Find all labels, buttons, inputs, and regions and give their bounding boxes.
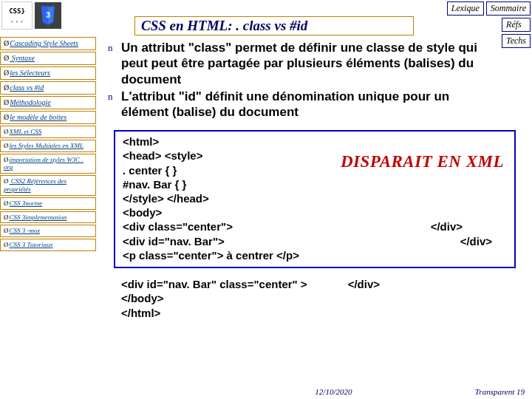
- svg-text:3: 3: [46, 11, 50, 19]
- code-line: <div id="nav. Bar"> </div>: [123, 234, 507, 248]
- main-content: n Un attribut "class" permet de définir …: [99, 38, 504, 321]
- top-nav: Lexique Sommaire: [447, 1, 531, 16]
- code-close-tag: </div>: [348, 277, 505, 292]
- sidebar-item-modele-boites[interactable]: le modèle de boites: [0, 111, 96, 124]
- code-line: <div id="nav. Bar" class="center" > </di…: [121, 277, 505, 292]
- code-line: </style> </head>: [123, 191, 507, 205]
- bullet-text: L'attribut "id" définit une dénomination…: [121, 89, 499, 120]
- sidebar-item-css3-moz[interactable]: CSS 3 -moz: [0, 225, 96, 237]
- sidebar: Cascading Style Sheets Syntaxe les Sélec…: [0, 37, 96, 253]
- sidebar-item-cascading[interactable]: Cascading Style Sheets: [0, 37, 96, 50]
- lexique-button[interactable]: Lexique: [447, 1, 484, 16]
- sidebar-item-styles-multiples[interactable]: les Styles Multiples en XML: [0, 140, 96, 152]
- code-open-tag: <div id="nav. Bar" class="center" >: [121, 277, 307, 292]
- sidebar-item-selecteurs[interactable]: les Sélecteurs: [0, 66, 96, 80]
- sidebar-item-class-vs-id[interactable]: class vs #id: [0, 81, 96, 95]
- code-line: </body>: [121, 291, 505, 306]
- bullet-item: n Un attribut "class" permet de définir …: [108, 40, 499, 87]
- code-line: <body>: [123, 205, 507, 219]
- sidebar-item-css3-tutoriaux[interactable]: CSS 3 Tutoriaux: [0, 239, 96, 251]
- footer-page: Transparent 19: [475, 387, 525, 396]
- code-line: </html>: [121, 306, 505, 321]
- code-line: #nav. Bar { }: [123, 177, 507, 191]
- bullet-list: n Un attribut "class" permet de définir …: [99, 38, 504, 127]
- bullet-text: Un attribut "class" permet de définir un…: [121, 40, 499, 87]
- code-line: <html>: [123, 134, 507, 149]
- code-line: <p class="center"> à centrer </p>: [123, 248, 507, 262]
- code-block: DISPARAIT EN XML <html> <head> <style> .…: [114, 130, 516, 268]
- bullet-item: n L'attribut "id" définit une dénominati…: [108, 89, 499, 120]
- code-block-extra: <div id="nav. Bar" class="center" > </di…: [114, 276, 513, 322]
- sidebar-item-methodologie[interactable]: Méthodologie: [0, 96, 96, 109]
- sidebar-item-xml-css[interactable]: XML et CSS: [0, 126, 96, 138]
- sidebar-item-css2-refs[interactable]: CSS2 Références des propriétés: [0, 175, 96, 196]
- code-open-tag: <div id="nav. Bar">: [123, 234, 225, 248]
- sommaire-button[interactable]: Sommaire: [486, 1, 531, 16]
- code-close-tag: </div>: [431, 219, 507, 233]
- sidebar-item-css3-norme[interactable]: CSS 3norme: [0, 197, 96, 210]
- css-logo-sub: ‚‚‚: [10, 15, 24, 24]
- sidebar-item-importation[interactable]: importation de styles W3C . org: [0, 154, 96, 174]
- page-title: CSS en HTML: . class vs #id: [134, 16, 414, 35]
- code-close-tag: </div>: [460, 234, 507, 248]
- code-line: <div class="center"> </div>: [123, 219, 507, 233]
- code-open-tag: <div class="center">: [123, 219, 233, 233]
- footer: 12/10/2020 Transparent 19: [0, 387, 532, 396]
- sidebar-item-css3-impl[interactable]: CSS 3implementation: [0, 211, 96, 224]
- bullet-marker-icon: n: [108, 91, 121, 103]
- css3-shield-icon: 3: [35, 2, 61, 29]
- logo-area: CSS} ‚‚‚ 3: [1, 1, 61, 30]
- techs-button[interactable]: Techs: [502, 34, 531, 48]
- refs-button[interactable]: Réfs: [502, 18, 531, 32]
- css-curly-logo: CSS} ‚‚‚: [1, 1, 33, 30]
- sidebar-item-syntaxe[interactable]: Syntaxe: [0, 52, 96, 65]
- footer-date: 12/10/2020: [315, 387, 352, 396]
- xml-warning: DISPARAIT EN XML: [341, 151, 504, 172]
- css-logo-text: CSS}: [9, 7, 25, 15]
- right-nav: Réfs Techs: [502, 18, 531, 48]
- bullet-marker-icon: n: [108, 42, 121, 54]
